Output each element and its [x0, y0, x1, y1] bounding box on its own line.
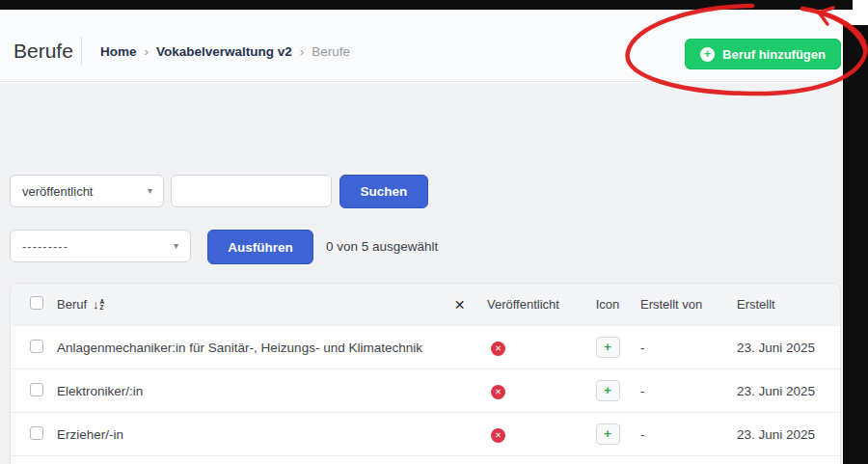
plus-circle-icon: + — [700, 47, 715, 62]
breadcrumb: Home › Vokabelverwaltung v2 › Berufe — [100, 44, 350, 59]
add-beruf-button[interactable]: + Beruf hinzufügen — [685, 39, 841, 69]
created-by-cell: - — [633, 341, 729, 355]
breadcrumb-separator: › — [300, 44, 305, 59]
not-published-icon: ✕ — [491, 428, 505, 443]
published-filter-value: veröffentlicht — [22, 184, 93, 199]
beruf-link[interactable]: Elektroniker/:in — [57, 384, 143, 398]
row-checkbox[interactable] — [30, 340, 43, 353]
search-input[interactable] — [171, 175, 332, 207]
icon-add-button[interactable]: + — [596, 337, 620, 358]
created-cell: 23. Juni 2025 — [729, 427, 840, 442]
beruf-table: Beruf↓AZ ✕ Veröffentlicht Icon Erstellt … — [10, 283, 841, 464]
title-divider — [81, 37, 82, 66]
page-title: Berufe — [14, 40, 73, 63]
table-header-row: Beruf↓AZ ✕ Veröffentlicht Icon Erstellt … — [11, 284, 840, 325]
page-body: veröffentlicht ▾ Suchen --------- ▾ Ausf… — [0, 83, 868, 464]
created-cell: 23. Juni 2025 — [729, 384, 840, 398]
add-beruf-button-label: Beruf hinzufügen — [722, 47, 826, 62]
breadcrumb-separator: › — [145, 44, 149, 59]
icon-add-button[interactable]: + — [596, 380, 620, 401]
selection-status: 0 von 5 ausgewählt — [326, 239, 438, 254]
right-black-band — [843, 25, 868, 464]
breadcrumb-section[interactable]: Vokabelverwaltung v2 — [156, 44, 292, 59]
corner-background — [853, 0, 868, 25]
not-published-icon: ✕ — [491, 341, 505, 356]
search-button[interactable]: Suchen — [339, 175, 428, 208]
column-header-beruf[interactable]: Beruf↓AZ — [47, 297, 440, 312]
beruf-link[interactable]: Anlagenmechaniker:in für Sanitär-, Heizu… — [57, 341, 422, 355]
icon-add-button[interactable]: + — [596, 423, 620, 445]
column-header-created-by[interactable]: Erstellt von — [633, 297, 729, 312]
table-row: Elektroniker/:in ✕ + - 23. Juni 2025 — [11, 368, 840, 412]
chevron-down-icon: ▾ — [174, 240, 179, 251]
clear-sort-icon[interactable]: ✕ — [454, 297, 466, 313]
published-filter-select[interactable]: veröffentlicht ▾ — [10, 175, 164, 207]
table-row: Pflegefachmann/frau und Pflegefachkraft … — [11, 455, 840, 464]
column-header-created[interactable]: Erstellt — [729, 297, 840, 312]
column-header-beruf-label: Beruf — [57, 297, 87, 312]
action-select[interactable]: --------- ▾ — [10, 230, 191, 262]
chevron-down-icon: ▾ — [148, 185, 152, 196]
table-row: Erzieher/-in ✕ + - 23. Juni 2025 — [11, 412, 840, 455]
table-body: Anlagenmechaniker:in für Sanitär-, Heizu… — [11, 325, 840, 464]
created-by-cell: - — [633, 384, 729, 398]
select-all-checkbox[interactable] — [30, 296, 43, 310]
created-cell: 23. Juni 2025 — [729, 341, 840, 355]
not-published-icon: ✕ — [491, 385, 505, 399]
breadcrumb-home[interactable]: Home — [100, 44, 137, 59]
run-action-button[interactable]: Ausführen — [207, 230, 313, 264]
row-checkbox[interactable] — [30, 426, 43, 440]
column-header-published[interactable]: Veröffentlicht — [479, 297, 583, 312]
sort-alpha-icon: ↓AZ — [93, 297, 104, 312]
beruf-link[interactable]: Erzieher/-in — [57, 427, 123, 442]
row-checkbox[interactable] — [30, 383, 43, 396]
column-header-icon[interactable]: Icon — [583, 297, 633, 312]
created-by-cell: - — [633, 427, 729, 442]
app-header: Berufe Home › Vokabelverwaltung v2 › Ber… — [0, 10, 868, 82]
top-black-bar — [0, 0, 853, 10]
breadcrumb-current: Berufe — [312, 44, 350, 59]
action-select-value: --------- — [22, 239, 68, 254]
table-row: Anlagenmechaniker:in für Sanitär-, Heizu… — [11, 325, 840, 368]
